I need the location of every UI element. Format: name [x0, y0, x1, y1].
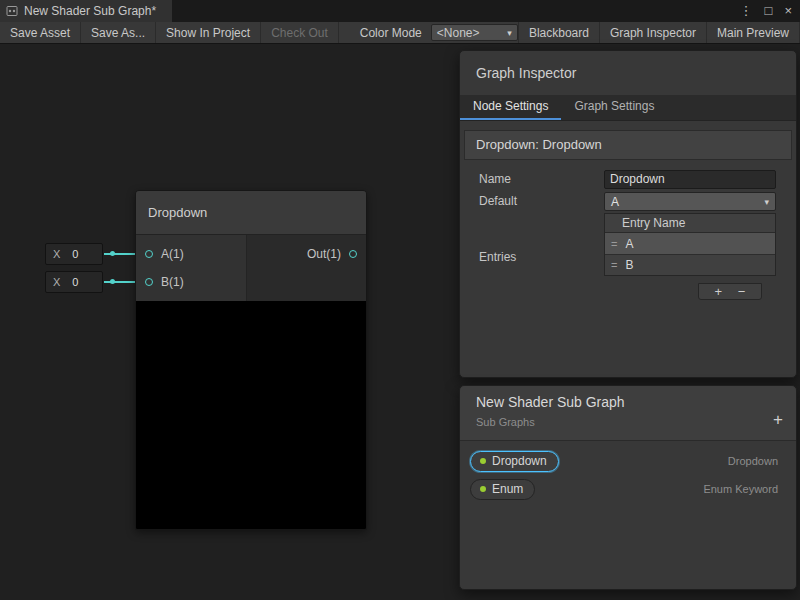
- blackboard-panel: New Shader Sub Graph Sub Graphs + Dropdo…: [459, 385, 797, 590]
- axis-label: X: [53, 248, 60, 260]
- tab-title: New Shader Sub Graph*: [24, 4, 156, 18]
- add-property-button[interactable]: +: [773, 410, 783, 430]
- entries-list-footer: + −: [698, 283, 762, 300]
- node-output-column: Out(1): [246, 235, 366, 301]
- entries-label: Entries: [479, 247, 516, 267]
- property-type: Dropdown: [728, 449, 778, 473]
- default-dropdown[interactable]: A ▾: [604, 192, 776, 211]
- node-title: Dropdown: [148, 205, 207, 220]
- graph-inspector-panel: Graph Inspector Node Settings Graph Sett…: [459, 50, 797, 378]
- dropdown-node[interactable]: Dropdown A(1) B(1) Out(1): [135, 190, 367, 530]
- blackboard-subtitle: Sub Graphs: [476, 416, 535, 428]
- input-port-b[interactable]: B(1): [136, 268, 246, 296]
- inspector-title: Graph Inspector: [476, 51, 576, 95]
- color-mode-dropdown[interactable]: <None> ▾: [431, 24, 518, 41]
- blackboard-toggle-button[interactable]: Blackboard: [519, 22, 600, 43]
- entry-name: B: [625, 258, 633, 272]
- property-pill-enum[interactable]: Enum: [470, 479, 535, 500]
- port-out-label: Out(1): [307, 247, 341, 261]
- property-name: Enum: [492, 482, 523, 496]
- port-b-icon[interactable]: [145, 278, 153, 286]
- color-mode-label: Color Mode: [351, 22, 431, 43]
- default-label: Default: [479, 191, 517, 211]
- port-b-label: B(1): [161, 275, 184, 289]
- chevron-down-icon: ▾: [764, 197, 769, 207]
- blackboard-item-dropdown: Dropdown Dropdown: [470, 449, 786, 473]
- node-settings-section-header: Dropdown: Dropdown: [464, 130, 792, 160]
- blackboard-item-enum: Enum Enum Keyword: [470, 477, 786, 501]
- exposed-dot-icon: [480, 458, 486, 464]
- name-label: Name: [479, 169, 511, 189]
- input-value-widget-b[interactable]: X 0: [45, 271, 103, 293]
- entries-list-header: Entry Name: [605, 214, 775, 233]
- tab-node-settings[interactable]: Node Settings: [460, 95, 561, 120]
- shader-graph-icon: [6, 5, 18, 17]
- titlebar: New Shader Sub Graph* ⋮ □ ×: [0, 0, 800, 22]
- port-out-icon[interactable]: [349, 250, 357, 258]
- entry-row-a[interactable]: = A: [605, 233, 775, 254]
- entries-list: Entry Name = A = B: [604, 213, 776, 276]
- kebab-menu-icon[interactable]: ⋮: [740, 0, 753, 22]
- name-input[interactable]: Dropdown: [604, 170, 776, 189]
- main-preview-toggle-button[interactable]: Main Preview: [707, 22, 800, 43]
- drag-handle-icon[interactable]: =: [611, 259, 617, 271]
- show-in-project-button[interactable]: Show In Project: [156, 22, 261, 43]
- color-mode-value: <None>: [437, 26, 480, 40]
- shader-graph-window: New Shader Sub Graph* ⋮ □ × Save Asset S…: [0, 0, 800, 600]
- node-preview: [136, 301, 366, 530]
- close-icon[interactable]: ×: [784, 0, 792, 22]
- toolbar-spacer: [339, 22, 351, 43]
- tab-graph-settings[interactable]: Graph Settings: [561, 95, 667, 120]
- add-entry-button[interactable]: +: [715, 285, 723, 299]
- inspector-tab-strip: Node Settings Graph Settings: [460, 95, 796, 121]
- chevron-down-icon: ▾: [507, 28, 512, 38]
- input-port-a[interactable]: A(1): [136, 240, 246, 268]
- property-pill-dropdown[interactable]: Dropdown: [470, 451, 559, 472]
- entry-name: A: [625, 237, 633, 251]
- port-a-icon[interactable]: [145, 250, 153, 258]
- property-type: Enum Keyword: [703, 477, 778, 501]
- property-name: Dropdown: [492, 454, 547, 468]
- maximize-icon[interactable]: □: [765, 0, 773, 22]
- drag-handle-icon[interactable]: =: [611, 238, 617, 250]
- blackboard-title: New Shader Sub Graph: [476, 391, 625, 413]
- node-input-column: A(1) B(1): [136, 235, 246, 301]
- value-field[interactable]: 0: [72, 276, 78, 288]
- value-field[interactable]: 0: [72, 248, 78, 260]
- toolbar: Save Asset Save As... Show In Project Ch…: [0, 22, 800, 44]
- axis-label: X: [53, 276, 60, 288]
- save-as-button[interactable]: Save As...: [81, 22, 156, 43]
- entry-row-b[interactable]: = B: [605, 254, 775, 275]
- input-value-widget-a[interactable]: X 0: [45, 243, 103, 265]
- check-out-button[interactable]: Check Out: [261, 22, 339, 43]
- save-asset-button[interactable]: Save Asset: [0, 22, 81, 43]
- toolbar-right-group: Blackboard Graph Inspector Main Preview: [518, 22, 800, 43]
- node-header[interactable]: Dropdown: [136, 191, 366, 235]
- document-tab[interactable]: New Shader Sub Graph*: [0, 0, 172, 22]
- graph-inspector-toggle-button[interactable]: Graph Inspector: [600, 22, 707, 43]
- remove-entry-button[interactable]: −: [738, 285, 746, 299]
- node-body: A(1) B(1) Out(1): [136, 235, 366, 301]
- window-controls: ⋮ □ ×: [740, 0, 796, 22]
- exposed-dot-icon: [480, 486, 486, 492]
- default-dropdown-value: A: [611, 195, 619, 209]
- port-a-label: A(1): [161, 247, 184, 261]
- output-port-out[interactable]: Out(1): [247, 240, 366, 268]
